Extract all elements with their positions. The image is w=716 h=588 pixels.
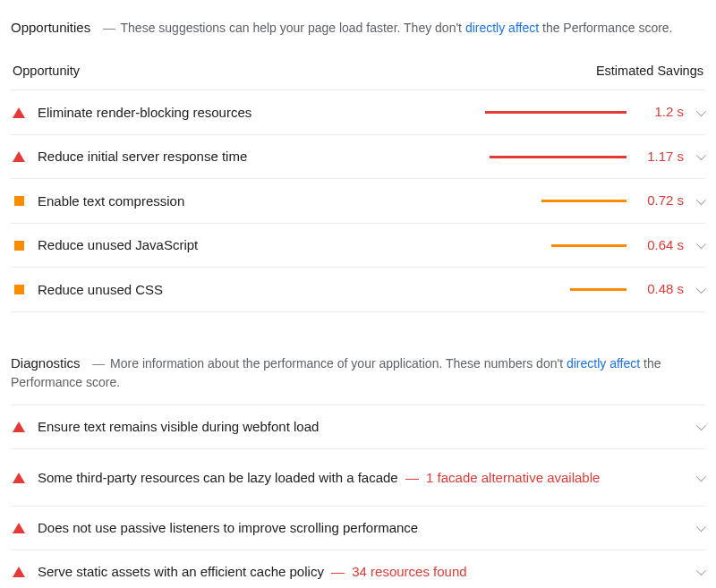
diagnostic-label: Ensure text remains visible during webfo… xyxy=(25,417,684,437)
expand-toggle[interactable] xyxy=(684,423,703,430)
savings-bar xyxy=(485,111,626,114)
opportunity-row[interactable]: Reduce initial server response time 1.17… xyxy=(11,135,705,180)
expand-toggle[interactable] xyxy=(684,524,703,532)
savings-value: 0.48 s xyxy=(637,279,684,300)
opportunities-desc-link[interactable]: directly affect xyxy=(465,21,539,35)
opportunity-label: Eliminate render-blocking resources xyxy=(25,103,485,123)
diagnostics-desc-pre: More information about the performance o… xyxy=(110,356,567,371)
diagnostic-row[interactable]: Ensure text remains visible during webfo… xyxy=(11,405,705,449)
diagnostics-header: Diagnostics — More information about the… xyxy=(11,354,705,406)
opportunity-row[interactable]: Eliminate render-blocking resources 1.2 … xyxy=(11,90,705,135)
triangle-warning-icon xyxy=(13,472,25,484)
triangle-warning-icon xyxy=(13,150,25,163)
expand-toggle[interactable] xyxy=(684,198,703,205)
opportunities-column-headers: Opportunity Estimated Savings xyxy=(11,58,705,91)
diagnostic-label: Serve static assets with an efficient ca… xyxy=(25,562,684,582)
opportunity-row[interactable]: Reduce unused CSS 0.48 s xyxy=(11,268,705,312)
opportunities-header: Opportunities — These suggestions can he… xyxy=(11,18,705,58)
opportunity-label: Reduce initial server response time xyxy=(25,147,485,166)
opportunities-desc-post: the Performance score. xyxy=(539,21,672,35)
square-warning-icon xyxy=(13,195,25,208)
savings-bar xyxy=(485,288,626,291)
expand-toggle[interactable] xyxy=(684,286,703,294)
col-savings-label: Estimated Savings xyxy=(596,62,703,81)
chevron-down-icon xyxy=(696,239,706,249)
expand-toggle[interactable] xyxy=(684,474,703,481)
triangle-warning-icon xyxy=(13,566,25,578)
col-opportunity-label: Opportunity xyxy=(13,62,80,81)
chevron-down-icon xyxy=(696,471,706,481)
chevron-down-icon xyxy=(696,522,706,532)
savings-value: 0.64 s xyxy=(637,235,684,256)
diagnostic-label: Does not use passive listeners to improv… xyxy=(25,518,684,538)
savings-value: 0.72 s xyxy=(637,191,684,211)
chevron-down-icon xyxy=(696,106,706,115)
triangle-warning-icon xyxy=(13,421,25,433)
chevron-down-icon xyxy=(696,283,706,293)
savings-value: 1.2 s xyxy=(637,102,684,123)
triangle-warning-icon xyxy=(13,107,25,119)
savings-bar xyxy=(485,156,626,158)
opportunity-row[interactable]: Enable text compression 0.72 s xyxy=(11,179,705,224)
dash-separator: — xyxy=(92,356,105,371)
diagnostic-label: Some third-party resources can be lazy l… xyxy=(25,468,684,488)
chevron-down-icon xyxy=(696,150,706,160)
diagnostics-title: Diagnostics xyxy=(11,355,81,371)
expand-toggle[interactable] xyxy=(684,568,703,575)
square-warning-icon xyxy=(13,284,25,296)
triangle-warning-icon xyxy=(13,522,25,534)
opportunity-row[interactable]: Reduce unused JavaScript 0.64 s xyxy=(11,224,705,268)
diagnostic-row[interactable]: Some third-party resources can be lazy l… xyxy=(11,449,705,507)
square-warning-icon xyxy=(13,239,25,251)
savings-bar xyxy=(485,200,626,202)
opportunity-label: Reduce unused CSS xyxy=(25,280,485,300)
chevron-down-icon xyxy=(696,194,706,204)
expand-toggle[interactable] xyxy=(684,242,703,249)
diagnostic-row[interactable]: Serve static assets with an efficient ca… xyxy=(11,550,705,588)
opportunities-title: Opportunities xyxy=(11,20,90,35)
savings-bar xyxy=(485,244,626,247)
dash-separator: — xyxy=(103,21,115,35)
diagnostic-annotation: 34 resources found xyxy=(352,564,466,579)
chevron-down-icon xyxy=(696,421,706,430)
diagnostics-desc-link[interactable]: directly affect xyxy=(567,356,640,371)
diagnostic-annotation: 1 facade alternative available xyxy=(426,470,600,485)
expand-toggle[interactable] xyxy=(684,109,703,116)
savings-value: 1.17 s xyxy=(637,147,684,167)
opportunities-desc-pre: These suggestions can help your page loa… xyxy=(121,21,465,35)
expand-toggle[interactable] xyxy=(684,153,703,160)
opportunity-label: Reduce unused JavaScript xyxy=(25,235,485,255)
diagnostic-row[interactable]: Does not use passive listeners to improv… xyxy=(11,507,705,550)
opportunity-label: Enable text compression xyxy=(25,192,485,211)
chevron-down-icon xyxy=(696,566,706,575)
